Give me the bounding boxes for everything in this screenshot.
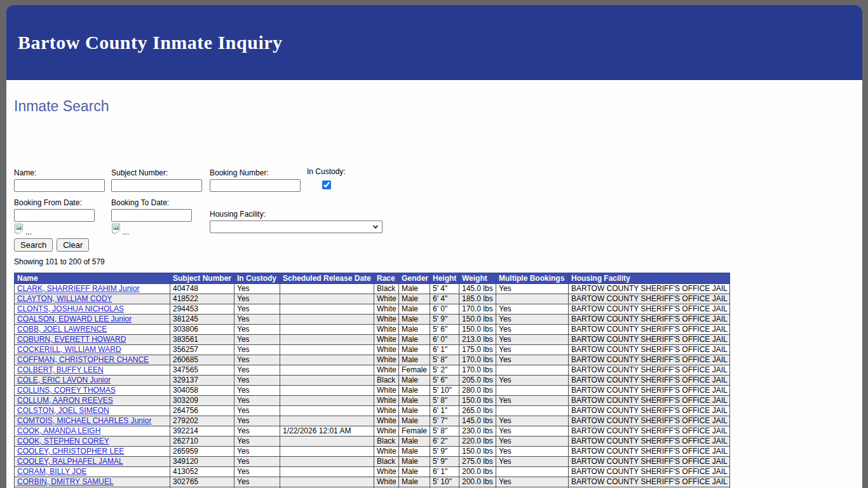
inmate-name-link[interactable]: CORAM, BILLY JOE xyxy=(17,467,87,476)
cell-in-custody: Yes xyxy=(234,345,280,355)
cell-name: CLAYTON, WILLIAM CODY xyxy=(15,294,170,304)
broken-image-alt-text: ... xyxy=(25,227,32,236)
inmate-name-link[interactable]: CORBIN, DMITRY SAMUEL xyxy=(17,477,114,486)
cell-subject-number: 303209 xyxy=(170,396,234,406)
inmate-name-link[interactable]: COMTOIS, MICHAEL CHARLES Junior xyxy=(17,416,151,425)
cell-gender: Female xyxy=(399,426,430,437)
cell-name: COALSON, EDWARD LEE Junior xyxy=(15,315,170,325)
cell-scheduled-release-date xyxy=(280,437,374,447)
cell-in-custody: Yes xyxy=(234,335,280,345)
inmate-name-link[interactable]: COALSON, EDWARD LEE Junior xyxy=(17,315,132,323)
cell-name: CORBIN, DMITRY SAMUEL xyxy=(15,477,170,487)
inmate-name-link[interactable]: COOLEY, RALPHAFEL JAMAL xyxy=(17,457,123,466)
cell-gender: Male xyxy=(399,304,430,315)
inmate-name-link[interactable]: COFFMAN, CHRISTOPHER CHANCE xyxy=(17,355,149,364)
cell-scheduled-release-date xyxy=(280,376,374,386)
cell-weight: 150.0 lbs xyxy=(459,396,496,406)
table-header-row: NameSubject NumberIn CustodyScheduled Re… xyxy=(15,273,730,284)
cell-race: Black xyxy=(374,457,399,467)
cell-scheduled-release-date xyxy=(280,365,374,376)
inmate-name-link[interactable]: CLAYTON, WILLIAM CODY xyxy=(17,294,112,303)
site-title: Bartow County Inmate Inquiry xyxy=(6,5,862,53)
cell-scheduled-release-date xyxy=(280,477,374,487)
booking-number-input[interactable] xyxy=(210,179,301,192)
clear-button[interactable]: Clear xyxy=(57,238,89,252)
inmate-name-link[interactable]: COOLEY, CHRISTOPHER LEE xyxy=(17,447,124,456)
inmate-name-link[interactable]: COCKERILL, WILLIAM WARD xyxy=(17,345,121,354)
cell-scheduled-release-date xyxy=(280,355,374,365)
cell-race: Black xyxy=(374,437,399,447)
cell-height: 5' 2" xyxy=(430,365,459,376)
table-row: COOK, AMANDA LEIGH392214Yes1/22/2026 12:… xyxy=(15,426,730,437)
cell-height: 5' 9" xyxy=(430,315,459,325)
cell-in-custody: Yes xyxy=(234,447,280,457)
cell-housing-facility: BARTOW COUNTY SHERIFF'S OFFICE JAIL xyxy=(569,365,730,376)
table-row: COMTOIS, MICHAEL CHARLES Junior279202Yes… xyxy=(15,416,730,426)
housing-facility-field-group: Housing Facility: xyxy=(210,210,383,233)
cell-multiple-bookings: Yes xyxy=(496,447,569,457)
search-button[interactable]: Search xyxy=(14,238,53,252)
cell-weight: 213.0 lbs xyxy=(459,335,496,345)
cell-race: White xyxy=(374,396,399,406)
cell-name: COLLUM, AARON REEVES xyxy=(15,396,170,406)
inmate-name-link[interactable]: COLLUM, AARON REEVES xyxy=(17,396,113,405)
cell-multiple-bookings: Yes xyxy=(496,477,569,487)
inmate-name-link[interactable]: CLARK, SHARRIEFF RAHIM Junior xyxy=(17,284,140,293)
cell-subject-number: 279202 xyxy=(170,416,234,426)
inmate-name-link[interactable]: COBURN, EVERETT HOWARD xyxy=(17,335,126,344)
booking-number-label: Booking Number: xyxy=(210,168,301,177)
cell-scheduled-release-date xyxy=(280,325,374,335)
cell-race: White xyxy=(374,294,399,304)
cell-weight: 150.0 lbs xyxy=(459,325,496,335)
name-input[interactable] xyxy=(14,179,105,192)
cell-scheduled-release-date xyxy=(280,447,374,457)
table-row: COCKERILL, WILLIAM WARD356257YesWhiteMal… xyxy=(15,345,730,355)
table-row: COOLEY, CHRISTOPHER LEE265959YesWhiteMal… xyxy=(15,447,730,457)
cell-name: COCKERILL, WILLIAM WARD xyxy=(15,345,170,355)
cell-gender: Male xyxy=(399,345,430,355)
cell-gender: Male xyxy=(399,355,430,365)
cell-in-custody: Yes xyxy=(234,426,280,437)
cell-weight: 280.0 lbs xyxy=(459,386,496,396)
booking-to-calendar-broken-image[interactable]: ... xyxy=(111,223,192,236)
cell-name: COLE, ERIC LAVON Junior xyxy=(15,376,170,386)
inmate-name-link[interactable]: COLE, ERIC LAVON Junior xyxy=(17,376,111,384)
inmate-name-link[interactable]: COLLINS, COREY THOMAS xyxy=(17,386,116,395)
cell-race: Black xyxy=(374,376,399,386)
cell-multiple-bookings xyxy=(496,365,569,376)
booking-from-input[interactable] xyxy=(14,209,95,222)
in-custody-checkbox[interactable] xyxy=(322,180,331,189)
inmate-name-link[interactable]: CLONTS, JOSHUA NICHOLAS xyxy=(17,304,124,313)
cell-scheduled-release-date xyxy=(280,406,374,416)
cell-name: COFFMAN, CHRISTOPHER CHANCE xyxy=(15,355,170,365)
table-row: COLLINS, COREY THOMAS304058YesWhiteMale5… xyxy=(15,386,730,396)
inmate-name-link[interactable]: COLBERT, BUFFY LEEN xyxy=(17,365,104,374)
cell-height: 6' 2" xyxy=(430,437,459,447)
inmate-name-link[interactable]: COOK, STEPHEN COREY xyxy=(17,437,109,445)
cell-subject-number: 381245 xyxy=(170,315,234,325)
cell-name: COOLEY, RALPHAFEL JAMAL xyxy=(15,457,170,467)
name-field-group: Name: xyxy=(14,168,105,192)
table-row: COLBERT, BUFFY LEEN347565YesWhiteFemale5… xyxy=(15,365,730,376)
inmate-name-link[interactable]: COOK, AMANDA LEIGH xyxy=(17,426,100,435)
cell-multiple-bookings: Yes xyxy=(496,345,569,355)
subject-number-input[interactable] xyxy=(111,179,202,192)
inmate-name-link[interactable]: COBB, JOEL LAWRENCE xyxy=(17,325,107,334)
booking-from-calendar-broken-image[interactable]: ... xyxy=(14,223,95,236)
housing-facility-select[interactable] xyxy=(210,220,383,233)
cell-name: CLARK, SHARRIEFF RAHIM Junior xyxy=(15,284,170,294)
booking-to-label: Booking To Date: xyxy=(111,198,192,207)
inmate-name-link[interactable]: COLSTON, JOEL SIMEON xyxy=(17,406,109,415)
cell-subject-number: 356257 xyxy=(170,345,234,355)
cell-subject-number: 349120 xyxy=(170,457,234,467)
cell-subject-number: 260685 xyxy=(170,355,234,365)
cell-gender: Male xyxy=(399,447,430,457)
cell-height: 5' 9" xyxy=(430,457,459,467)
table-row: COALSON, EDWARD LEE Junior381245YesWhite… xyxy=(15,315,730,325)
cell-in-custody: Yes xyxy=(234,304,280,315)
results-summary: Showing 101 to 200 of 579 xyxy=(14,257,855,266)
cell-weight: 170.0 lbs xyxy=(459,304,496,315)
cell-multiple-bookings: Yes xyxy=(496,304,569,315)
cell-gender: Male xyxy=(399,386,430,396)
booking-to-input[interactable] xyxy=(111,209,192,222)
